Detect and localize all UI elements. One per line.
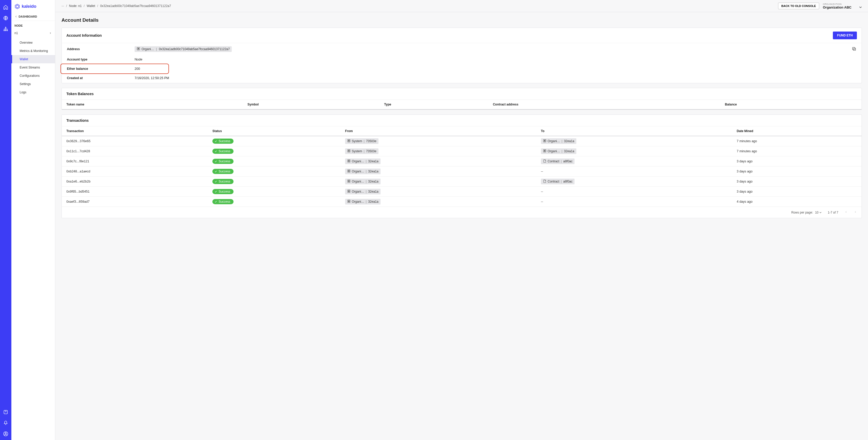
sidebar-item-overview[interactable]: Overview bbox=[11, 38, 55, 47]
caret-down-icon bbox=[819, 211, 822, 213]
org-icon bbox=[347, 169, 350, 173]
breadcrumb: ··· / Node: n1 / Wallet / 0x32ea1adb00c7… bbox=[61, 4, 776, 8]
home-icon[interactable] bbox=[1, 3, 10, 12]
svg-marker-8 bbox=[15, 4, 20, 9]
breadcrumb-address: 0x32ea1adb00c71049ab5ae7fccaa94601371122… bbox=[100, 4, 171, 8]
sidebar-item-event-streams[interactable]: Event Streams bbox=[11, 63, 55, 71]
nav-back-dashboard[interactable]: DASHBOARD bbox=[11, 12, 55, 21]
check-icon bbox=[214, 160, 217, 163]
org-icon bbox=[347, 179, 350, 183]
svg-rect-15 bbox=[348, 140, 349, 141]
table-row[interactable]: 0x3629...376e65SuccessSystem|73503eOrgan… bbox=[62, 136, 862, 146]
chevron-right-icon bbox=[49, 32, 52, 35]
row-ether-balance: Ether balance 200 bbox=[62, 64, 861, 73]
brand-name: kaleido bbox=[22, 4, 36, 9]
sidebar: kaleido DASHBOARD NODE n1 OverviewMetric… bbox=[11, 0, 55, 440]
prev-page-button[interactable] bbox=[844, 210, 847, 214]
org-icon bbox=[347, 200, 350, 204]
token-balances-card: Token Balances Token name Symbol Type Co… bbox=[61, 88, 862, 110]
col-tx: Transaction bbox=[62, 126, 208, 136]
org-chip[interactable]: Organi…|32ea1a bbox=[345, 199, 380, 204]
sidebar-item-configurations[interactable]: Configurations bbox=[11, 71, 55, 80]
svg-rect-17 bbox=[544, 140, 545, 141]
svg-rect-13 bbox=[852, 47, 855, 50]
org-icon bbox=[543, 149, 547, 153]
date-mined: 3 days ago bbox=[732, 187, 862, 197]
table-row[interactable]: 0xaef3...859ad7SuccessOrgani…|32ea1a--4 … bbox=[62, 197, 862, 207]
tx-hash: 0x3629...376e65 bbox=[62, 136, 208, 146]
account-info-title: Account Information bbox=[66, 33, 102, 37]
token-balances-title: Token Balances bbox=[66, 92, 94, 96]
breadcrumb-root[interactable]: ··· bbox=[61, 4, 64, 8]
transactions-card: Transactions Transaction Status From To … bbox=[61, 115, 862, 218]
back-old-console-button[interactable]: BACK TO OLD CONSOLE bbox=[778, 3, 819, 9]
next-page-button[interactable] bbox=[854, 210, 857, 214]
breadcrumb-wallet[interactable]: Wallet bbox=[87, 4, 95, 8]
table-row[interactable]: 0x9f65...bd5451SuccessOrgani…|32ea1a--3 … bbox=[62, 187, 862, 197]
svg-rect-12 bbox=[853, 48, 856, 51]
sidebar-item-wallet[interactable]: Wallet bbox=[11, 55, 55, 63]
sidebar-item-settings[interactable]: Settings bbox=[11, 80, 55, 88]
bell-icon[interactable] bbox=[1, 418, 10, 428]
rows-per-page-select[interactable]: 10 bbox=[815, 211, 822, 214]
system-chip[interactable]: System|73503e bbox=[345, 138, 378, 144]
contract-chip[interactable]: Contract|a8f0ac bbox=[541, 158, 575, 164]
table-row[interactable]: 0xb248...a1aecdSuccessOrgani…|32ea1a--3 … bbox=[62, 167, 862, 177]
tx-hash: 0x11c1...7cd428 bbox=[62, 146, 208, 156]
svg-rect-23 bbox=[348, 160, 349, 162]
svg-point-1 bbox=[5, 27, 6, 28]
col-contract: Contract address bbox=[488, 100, 720, 109]
account-icon[interactable] bbox=[1, 429, 10, 438]
svg-marker-9 bbox=[16, 5, 18, 8]
contract-chip[interactable]: Contract|a8f0ac bbox=[541, 179, 575, 184]
table-row[interactable]: 0x9c7c...f8e121SuccessOrgani…|32ea1aCont… bbox=[62, 156, 862, 167]
tx-hash: 0x9c7c...f8e121 bbox=[62, 156, 208, 167]
brand-logo[interactable]: kaleido bbox=[11, 0, 55, 12]
copy-address-button[interactable] bbox=[852, 47, 857, 52]
org-chart-icon[interactable] bbox=[1, 24, 10, 34]
rows-per-page-label: Rows per page: bbox=[791, 211, 813, 214]
sidebar-item-logs[interactable]: Logs bbox=[11, 88, 55, 96]
check-icon bbox=[214, 150, 217, 153]
table-row[interactable]: 0xa1e6...eb2b2bSuccessOrgani…|32ea1aCont… bbox=[62, 177, 862, 187]
status-badge: Success bbox=[212, 159, 233, 164]
page-title: Account Details bbox=[61, 17, 862, 23]
org-chip[interactable]: Organi…|32ea1a bbox=[345, 179, 380, 184]
org-chip[interactable]: Organi…|32ea1a bbox=[345, 169, 380, 174]
chevron-left-icon bbox=[14, 15, 18, 18]
main-area: ··· / Node: n1 / Wallet / 0x32ea1adb00c7… bbox=[55, 0, 868, 440]
table-row[interactable]: 0x11c1...7cd428SuccessSystem|73503eOrgan… bbox=[62, 146, 862, 156]
address-chip[interactable]: Organi… | 0x32ea1adb00c71049ab5ae7fccaa9… bbox=[134, 46, 232, 52]
org-chip[interactable]: Organi…|32ea1a bbox=[345, 158, 380, 164]
org-icon bbox=[543, 139, 547, 143]
system-chip[interactable]: System|73503e bbox=[345, 148, 378, 154]
org-chip[interactable]: Organi…|32ea1a bbox=[541, 138, 576, 144]
globe-icon[interactable] bbox=[1, 13, 10, 23]
tx-hash: 0xa1e6...eb2b2b bbox=[62, 177, 208, 187]
topbar: ··· / Node: n1 / Wallet / 0x32ea1adb00c7… bbox=[55, 0, 868, 12]
svg-rect-11 bbox=[138, 48, 139, 49]
check-icon bbox=[214, 140, 217, 143]
status-badge: Success bbox=[212, 179, 233, 184]
nav-node-row[interactable]: n1 bbox=[11, 29, 55, 37]
org-chip[interactable]: Organi…|32ea1a bbox=[541, 148, 576, 154]
org-icon bbox=[347, 149, 350, 153]
svg-rect-29 bbox=[348, 190, 349, 192]
copy-icon bbox=[852, 47, 857, 51]
org-chip[interactable]: Organi…|32ea1a bbox=[345, 189, 380, 195]
fund-eth-button[interactable]: FUND ETH bbox=[833, 32, 857, 39]
org-selector[interactable]: ORGANIZATION Organization ABC bbox=[823, 3, 862, 9]
tx-hash: 0x9f65...bd5451 bbox=[62, 187, 208, 197]
row-account-type: Account type Node bbox=[62, 55, 861, 64]
status-badge: Success bbox=[212, 169, 233, 174]
status-badge: Success bbox=[212, 199, 233, 204]
sidebar-item-metrics-monitoring[interactable]: Metrics & Monitoring bbox=[11, 47, 55, 55]
svg-point-2 bbox=[4, 30, 5, 31]
col-status: Status bbox=[208, 126, 340, 136]
svg-point-4 bbox=[7, 30, 7, 31]
status-badge: Success bbox=[212, 189, 233, 194]
help-icon[interactable] bbox=[1, 407, 10, 417]
breadcrumb-node[interactable]: Node: n1 bbox=[69, 4, 82, 8]
date-mined: 7 minutes ago bbox=[732, 146, 862, 156]
date-mined: 3 days ago bbox=[732, 167, 862, 177]
